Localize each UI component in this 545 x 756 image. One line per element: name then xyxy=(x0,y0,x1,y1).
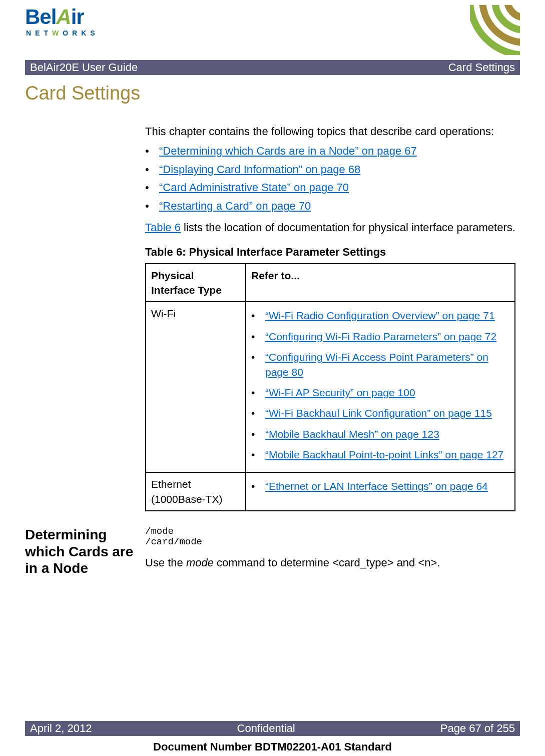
paragraph-text: lists the location of documentation for … xyxy=(181,221,515,234)
list-item: “Mobile Backhaul Point-to-point Links” o… xyxy=(251,447,509,462)
cross-reference-link[interactable]: “Wi-Fi AP Security” on page 100 xyxy=(265,387,415,398)
list-item: “Ethernet or LAN Interface Settings” on … xyxy=(251,479,509,493)
footer-bar: April 2, 2012 Confidential Page 67 of 25… xyxy=(25,721,520,736)
chapter-title: Card Settings xyxy=(5,83,520,104)
title-bar: BelAir20E User Guide Card Settings xyxy=(25,60,520,75)
page-header: BelAir NETWORKS xyxy=(25,0,520,60)
cross-reference-link[interactable]: “Card Administrative State” on page 70 xyxy=(159,181,349,194)
table-cell: “Ethernet or LAN Interface Settings” on … xyxy=(246,472,515,511)
intro-text: This chapter contains the following topi… xyxy=(145,124,520,140)
table-cell: Ethernet (1000Base-TX) xyxy=(146,472,246,511)
list-item: “Wi-Fi Radio Configuration Overview” on … xyxy=(251,308,509,323)
logo-text: A xyxy=(56,5,71,29)
cross-reference-link[interactable]: “Wi-Fi Radio Configuration Overview” on … xyxy=(265,310,495,321)
footer-date: April 2, 2012 xyxy=(30,722,92,735)
paragraph-text: command to determine <card_type> and <n>… xyxy=(214,556,440,569)
list-item: “Configuring Wi-Fi Radio Parameters” on … xyxy=(251,329,509,344)
table-reference-link[interactable]: Table 6 xyxy=(145,221,181,234)
list-item: “Mobile Backhaul Mesh” on page 123 xyxy=(251,427,509,441)
cross-reference-link[interactable]: “Configuring Wi-Fi Radio Parameters” on … xyxy=(265,331,496,342)
svg-point-4 xyxy=(507,5,520,18)
list-item: “Card Administrative State” on page 70 xyxy=(145,180,520,196)
paragraph-text: Use the xyxy=(145,556,186,569)
paragraph: Use the mode command to determine <card_… xyxy=(145,556,520,569)
cross-reference-link[interactable]: “Configuring Wi-Fi Access Point Paramete… xyxy=(265,351,488,377)
table-header-row: Physical Interface Type Refer to... xyxy=(146,264,515,302)
cross-reference-link[interactable]: “Ethernet or LAN Interface Settings” on … xyxy=(265,480,488,492)
cross-reference-link[interactable]: “Determining which Cards are in a Node” … xyxy=(159,145,417,157)
list-item: “Wi-Fi Backhaul Link Configuration” on p… xyxy=(251,406,509,420)
header-graphic-icon xyxy=(470,5,520,55)
interface-parameter-table: Physical Interface Type Refer to... Wi-F… xyxy=(145,263,515,512)
list-item: “Displaying Card Information” on page 68 xyxy=(145,162,520,178)
table-row: Wi-Fi “Wi-Fi Radio Configuration Overvie… xyxy=(146,302,515,472)
cross-reference-link[interactable]: “Displaying Card Information” on page 68 xyxy=(159,163,360,176)
logo-subtext: NET xyxy=(26,29,52,37)
table-cell: “Wi-Fi Radio Configuration Overview” on … xyxy=(246,302,515,472)
logo-subtext: ORKS xyxy=(63,29,99,37)
code-block: /mode /card/mode xyxy=(145,526,520,547)
paragraph: Table 6 lists the location of documentat… xyxy=(145,220,520,236)
logo-text: ir xyxy=(71,5,84,29)
table-header: Physical Interface Type xyxy=(146,264,246,302)
list-item: “Restarting a Card” on page 70 xyxy=(145,199,520,214)
command-name: mode xyxy=(186,556,214,569)
guide-title: BelAir20E User Guide xyxy=(30,61,138,74)
chapter-label: Card Settings xyxy=(448,61,515,74)
topic-list: “Determining which Cards are in a Node” … xyxy=(145,144,520,214)
footer-page-number: Page 67 of 255 xyxy=(440,722,515,735)
table-cell: Wi-Fi xyxy=(146,302,246,472)
list-item: “Determining which Cards are in a Node” … xyxy=(145,144,520,159)
logo-subtext: W xyxy=(52,29,63,37)
cross-reference-link[interactable]: “Mobile Backhaul Mesh” on page 123 xyxy=(265,428,439,440)
cross-reference-link[interactable]: “Mobile Backhaul Point-to-point Links” o… xyxy=(265,449,503,460)
footer-classification: Confidential xyxy=(237,722,295,735)
cross-reference-link[interactable]: “Wi-Fi Backhaul Link Configuration” on p… xyxy=(265,407,492,419)
document-number: Document Number BDTM02201-A01 Standard xyxy=(0,740,545,753)
brand-logo: BelAir NETWORKS xyxy=(25,5,99,37)
table-caption: Table 6: Physical Interface Parameter Se… xyxy=(145,245,520,260)
cross-reference-link[interactable]: “Restarting a Card” on page 70 xyxy=(159,200,311,212)
table-header: Refer to... xyxy=(246,264,515,302)
table-row: Ethernet (1000Base-TX) “Ethernet or LAN … xyxy=(146,472,515,511)
list-item: “Wi-Fi AP Security” on page 100 xyxy=(251,385,509,400)
list-item: “Configuring Wi-Fi Access Point Paramete… xyxy=(251,350,509,379)
section-heading: Determining which Cards are in a Node xyxy=(25,526,145,577)
logo-text: Bel xyxy=(25,5,56,29)
